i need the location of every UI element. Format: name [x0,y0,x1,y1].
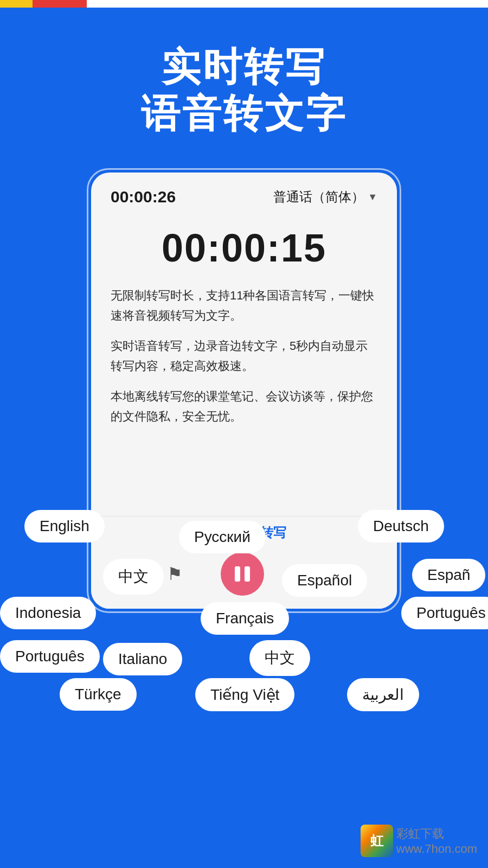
language-tag[interactable]: Indonesia [0,597,96,629]
language-tag[interactable]: Português [0,640,100,673]
timer-small: 00:00:26 [111,188,176,206]
language-label: 普通话（简体） [273,188,364,206]
language-tag[interactable]: Españ [412,559,485,591]
text-paragraph-1: 无限制转写时长，支持11种各国语言转写，一键快速将音视频转写为文字。 [111,285,377,326]
transcription-content: 无限制转写时长，支持11种各国语言转写，一键快速将音视频转写为文字。 实时语音转… [91,285,397,426]
language-tag[interactable]: Español [282,564,367,597]
language-tag[interactable]: Português [401,597,488,629]
language-tag[interactable]: Türkçe [60,678,137,711]
hero-line2: 语音转文字 [0,90,488,137]
timer-big: 00:00:15 [91,215,397,285]
language-tag[interactable]: العربية [347,678,419,711]
language-tag[interactable]: Русский [179,521,266,553]
text-paragraph-3: 本地离线转写您的课堂笔记、会议访谈等，保护您的文件隐私，安全无忧。 [111,386,377,427]
hero-line1: 实时转写 [0,43,488,90]
top-progress-bar [0,0,488,8]
hero-title: 实时转写 语音转文字 [0,43,488,137]
language-tag[interactable]: English [24,510,105,542]
text-paragraph-2: 实时语音转写，边录音边转文字，5秒内自动显示转写内容，稳定高效极速。 [111,336,377,376]
language-tag[interactable]: Français [201,602,289,635]
watermark: 虹 彩虹下载 www.7hon.com [361,825,477,857]
watermark-logo: 虹 [361,825,393,857]
watermark-brand: 彩虹下载 [396,826,477,842]
progress-white [87,0,488,8]
watermark-url: www.7hon.com [396,842,477,856]
language-selector[interactable]: 普通话（简体） ▼ [273,188,377,206]
progress-yellow [0,0,33,8]
language-tag[interactable]: Deutsch [358,510,444,542]
phone-header: 00:00:26 普通话（简体） ▼ [91,173,397,215]
chevron-down-icon: ▼ [368,192,377,203]
language-tag[interactable]: 中文 [103,559,164,595]
progress-red [33,0,87,8]
language-tags-area: EnglishРусскийDeutsch中文EspañolEspañIndon… [0,510,488,716]
language-tag[interactable]: Tiếng Việt [195,678,294,711]
language-tag[interactable]: 中文 [249,640,310,676]
language-tag[interactable]: Italiano [103,643,182,675]
